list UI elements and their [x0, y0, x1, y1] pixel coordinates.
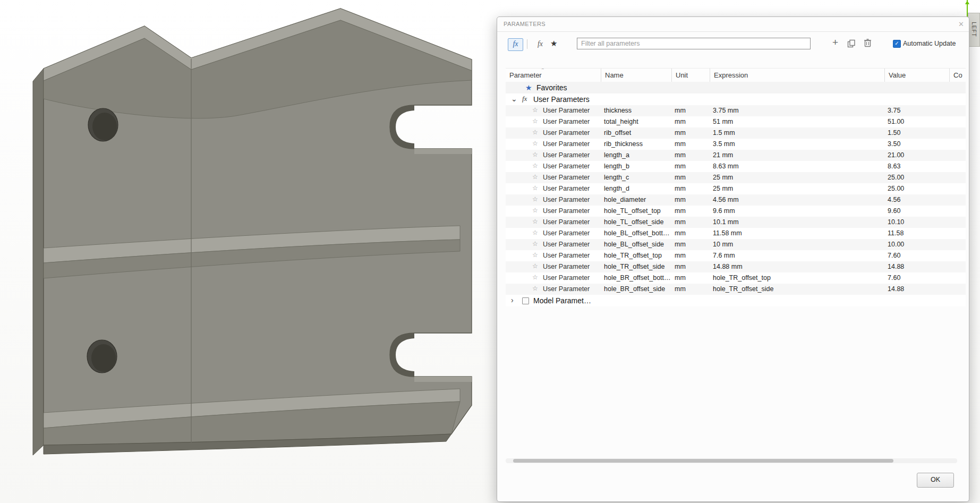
table-row[interactable]: ☆ User Parameter thickness mm 3.75 mm 3.…: [506, 105, 966, 116]
table-row[interactable]: ☆ User Parameter hole_BL_offset_side mm …: [506, 239, 966, 250]
delete-icon[interactable]: [864, 38, 872, 49]
column-header-unit[interactable]: Unit: [671, 69, 710, 82]
favorite-star-icon[interactable]: ☆: [532, 117, 538, 125]
favorite-star-icon[interactable]: ☆: [532, 195, 538, 203]
parameter-expression[interactable]: 25 mm: [713, 185, 733, 192]
parameter-name[interactable]: rib_offset: [604, 129, 631, 137]
parameter-expression[interactable]: 11.58 mm: [713, 229, 742, 237]
table-row[interactable]: ☆ User Parameter hole_BR_offset_bott… mm…: [506, 272, 966, 284]
column-header-parameter[interactable]: Parameter: [506, 69, 601, 82]
column-header-name[interactable]: Name: [601, 69, 672, 82]
parameter-name[interactable]: length_b: [604, 163, 629, 170]
table-row[interactable]: ☆ User Parameter rib_thickness mm 3.5 mm…: [506, 139, 966, 150]
table-row[interactable]: ☆ User Parameter total_height mm 51 mm 5…: [506, 116, 966, 127]
favorite-star-icon[interactable]: ☆: [532, 106, 538, 114]
table-row[interactable]: ☆ User Parameter hole_diameter mm 4.56 m…: [506, 194, 966, 206]
column-header-expression[interactable]: Expression: [710, 69, 885, 82]
parameter-expression[interactable]: 51 mm: [713, 118, 733, 125]
favorites-group-row[interactable]: ★ Favorites: [506, 82, 966, 93]
chevron-down-icon[interactable]: ⌄: [511, 95, 517, 103]
add-parameter-icon[interactable]: +: [832, 37, 838, 48]
parameter-expression[interactable]: hole_TR_offset_side: [713, 285, 773, 293]
table-row[interactable]: ☆ User Parameter hole_TL_offset_top mm 9…: [506, 206, 966, 217]
favorite-star-icon[interactable]: ☆: [532, 151, 538, 158]
favorite-star-icon[interactable]: ☆: [532, 184, 538, 192]
parameter-expression[interactable]: 3.75 mm: [713, 107, 739, 114]
parameter-name[interactable]: hole_BL_offset_bott…: [604, 229, 669, 237]
horizontal-scrollbar[interactable]: [506, 458, 957, 463]
parameter-name[interactable]: length_a: [604, 151, 629, 159]
favorite-star-icon[interactable]: ☆: [532, 173, 538, 181]
close-icon[interactable]: ✕: [958, 20, 964, 28]
parameter-value: 9.60: [888, 207, 900, 215]
table-row[interactable]: ☆ User Parameter hole_TR_offset_top mm 7…: [506, 250, 966, 261]
table-row[interactable]: ☆ User Parameter hole_TR_offset_side mm …: [506, 261, 966, 272]
parameter-expression[interactable]: 3.5 mm: [713, 140, 735, 148]
favorite-star-icon[interactable]: ☆: [532, 129, 538, 136]
parameter-name[interactable]: thickness: [604, 107, 632, 114]
parameter-value: 21.00: [888, 151, 904, 159]
favorite-star-icon[interactable]: ☆: [532, 251, 538, 259]
automatic-update-checkbox[interactable]: ✓: [893, 40, 901, 48]
ok-button[interactable]: OK: [917, 473, 954, 488]
table-row[interactable]: ☆ User Parameter length_a mm 21 mm 21.00: [506, 150, 966, 161]
viewport-3d[interactable]: LEFT PARAMETERS ✕ fx fx ★ +: [0, 0, 980, 503]
parameter-name[interactable]: hole_BR_offset_bott…: [604, 274, 671, 282]
parameter-name[interactable]: hole_TR_offset_side: [604, 263, 664, 270]
favorite-star-icon[interactable]: ☆: [532, 207, 538, 214]
parameter-expression[interactable]: 7.6 mm: [713, 252, 735, 259]
parameter-unit: mm: [675, 185, 686, 192]
parameter-name[interactable]: length_d: [604, 185, 629, 192]
favorite-star-icon[interactable]: ☆: [532, 240, 538, 248]
parameter-name[interactable]: total_height: [604, 118, 638, 125]
chevron-right-icon[interactable]: ›: [511, 296, 514, 304]
favorite-star-icon[interactable]: ☆: [532, 162, 538, 169]
model-parameters-group-row[interactable]: › Model Paramet…: [506, 295, 966, 306]
parameter-expression[interactable]: 10.1 mm: [713, 218, 739, 226]
parameter-name[interactable]: hole_BL_offset_side: [604, 241, 664, 248]
table-row[interactable]: ☆ User Parameter rib_offset mm 1.5 mm 1.…: [506, 127, 966, 139]
user-parameters-group-row[interactable]: ⌄ fx User Parameters: [506, 93, 966, 105]
parameter-expression[interactable]: 1.5 mm: [713, 129, 735, 137]
table-row[interactable]: ☆ User Parameter hole_BL_offset_bott… mm…: [506, 228, 966, 239]
parameter-expression[interactable]: 10 mm: [713, 241, 733, 248]
table-row[interactable]: ☆ User Parameter hole_TL_offset_side mm …: [506, 217, 966, 228]
parameter-expression[interactable]: 9.6 mm: [713, 207, 735, 215]
favorite-star-icon[interactable]: ☆: [532, 140, 538, 147]
model-left-face: [33, 69, 44, 455]
filter-input[interactable]: [577, 38, 811, 49]
column-header-value[interactable]: Value: [884, 69, 950, 82]
column-header-comments[interactable]: Co: [949, 69, 966, 82]
table-row[interactable]: ☆ User Parameter length_d mm 25 mm 25.00: [506, 183, 966, 194]
dialog-titlebar[interactable]: PARAMETERS ✕: [497, 17, 969, 32]
parameter-name[interactable]: hole_diameter: [604, 196, 646, 203]
parameter-expression[interactable]: 25 mm: [713, 174, 733, 181]
favorite-star-icon[interactable]: ☆: [532, 274, 538, 281]
parameter-expression[interactable]: 21 mm: [713, 151, 733, 159]
favorite-star-icon[interactable]: ☆: [532, 229, 538, 236]
table-row[interactable]: ☆ User Parameter length_b mm 8.63 mm 8.6…: [506, 161, 966, 172]
favorite-star-icon[interactable]: ☆: [532, 218, 538, 225]
derived-parameter-fx-button[interactable]: fx: [533, 38, 547, 50]
user-parameter-add-fx-button[interactable]: fx: [508, 38, 523, 51]
user-parameters-group-label: User Parameters: [533, 95, 590, 104]
parameter-name[interactable]: hole_TR_offset_top: [604, 252, 662, 259]
scrollbar-thumb[interactable]: [513, 459, 893, 463]
parameter-expression[interactable]: 4.56 mm: [713, 196, 739, 203]
parameter-expression[interactable]: hole_TR_offset_top: [713, 274, 771, 282]
parameter-name[interactable]: rib_thickness: [604, 140, 643, 148]
parameter-expression[interactable]: 8.63 mm: [713, 163, 739, 170]
parameter-name[interactable]: length_c: [604, 174, 629, 181]
table-row[interactable]: ☆ User Parameter hole_BR_offset_side mm …: [506, 284, 966, 295]
model-3d[interactable]: [11, 3, 494, 475]
view-cube[interactable]: LEFT: [968, 13, 980, 47]
favorites-filter-icon[interactable]: ★: [550, 39, 557, 48]
parameter-expression[interactable]: 14.88 mm: [713, 263, 743, 270]
parameter-name[interactable]: hole_TL_offset_top: [604, 207, 661, 215]
copy-icon[interactable]: [847, 39, 856, 50]
parameter-name[interactable]: hole_BR_offset_side: [604, 285, 665, 293]
table-row[interactable]: ☆ User Parameter length_c mm 25 mm 25.00: [506, 172, 966, 183]
parameter-name[interactable]: hole_TL_offset_side: [604, 218, 663, 226]
favorite-star-icon[interactable]: ☆: [532, 262, 538, 270]
favorite-star-icon[interactable]: ☆: [532, 285, 538, 292]
